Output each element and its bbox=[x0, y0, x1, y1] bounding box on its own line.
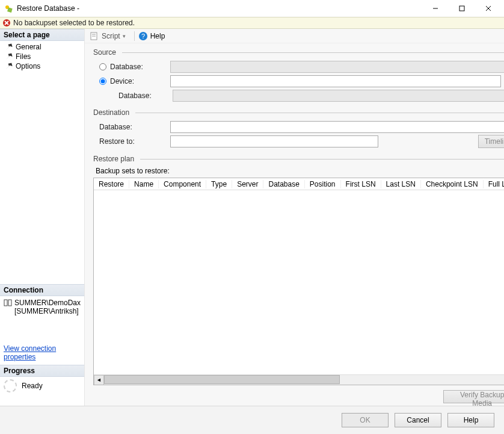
help-button[interactable]: ? Help bbox=[138, 31, 165, 41]
app-icon bbox=[4, 4, 13, 13]
restore-to-input bbox=[170, 135, 378, 147]
source-sub-database-label: Database: bbox=[118, 91, 173, 100]
source-device-radio-label: Device: bbox=[99, 77, 170, 85]
table-header-row: Restore Name Component Type Server Datab… bbox=[94, 178, 504, 190]
source-sub-database-combo bbox=[173, 90, 504, 102]
window-title: Restore Database - bbox=[17, 4, 422, 13]
restore-to-label: Restore to: bbox=[99, 137, 170, 146]
connection-header: Connection bbox=[0, 284, 84, 296]
page-icon bbox=[5, 63, 13, 69]
connection-user: [SUMMER\Antriksh] bbox=[14, 307, 81, 315]
restore-plan-group-title: Restore plan bbox=[93, 155, 134, 163]
col-last-lsn[interactable]: Last LSN bbox=[381, 180, 421, 188]
horizontal-scrollbar[interactable]: ◄ ► bbox=[94, 374, 504, 385]
progress-spinner-icon bbox=[4, 379, 17, 392]
maximize-button[interactable] bbox=[449, 0, 475, 17]
col-first-lsn[interactable]: First LSN bbox=[341, 180, 381, 188]
connection-server: SUMMER\DemoDax bbox=[14, 299, 81, 307]
sidebar-item-label: Options bbox=[16, 62, 40, 70]
warning-bar: No backupset selected to be restored. bbox=[0, 17, 504, 29]
col-database[interactable]: Database bbox=[263, 180, 304, 188]
table-body bbox=[94, 190, 504, 374]
toolbar-separator bbox=[134, 31, 135, 41]
svg-rect-10 bbox=[8, 300, 11, 306]
server-icon bbox=[4, 299, 12, 307]
page-icon bbox=[5, 54, 13, 60]
restore-plan-group: Restore plan Backup sets to restore: Res… bbox=[93, 155, 504, 403]
sidebar: Select a page General Files Options Conn… bbox=[0, 29, 85, 406]
page-icon bbox=[5, 44, 13, 50]
col-component[interactable]: Component bbox=[159, 180, 206, 188]
col-full-lsn[interactable]: Full LSN bbox=[484, 180, 504, 188]
timeline-button: Timeline... bbox=[478, 135, 504, 148]
scroll-left-arrow[interactable]: ◄ bbox=[94, 375, 104, 385]
error-icon bbox=[2, 19, 11, 27]
destination-database-combo[interactable] bbox=[170, 121, 504, 133]
backup-sets-table[interactable]: Restore Name Component Type Server Datab… bbox=[93, 178, 504, 385]
sidebar-item-label: General bbox=[16, 43, 41, 51]
progress-status: Ready bbox=[22, 382, 43, 390]
svg-rect-9 bbox=[4, 300, 7, 306]
col-type[interactable]: Type bbox=[206, 180, 232, 188]
sidebar-item-general[interactable]: General bbox=[2, 42, 84, 52]
destination-group: Destination Database: Restore to: Timeli… bbox=[93, 108, 504, 150]
help-footer-button[interactable]: Help bbox=[447, 413, 494, 427]
help-icon: ? bbox=[138, 31, 148, 41]
col-position[interactable]: Position bbox=[305, 180, 341, 188]
dialog-footer: OK Cancel Help bbox=[0, 406, 504, 434]
content-pane: Script ▾ ? Help Source Database: bbox=[85, 29, 504, 406]
svg-rect-3 bbox=[459, 6, 464, 11]
source-group-title: Source bbox=[93, 48, 116, 57]
source-group: Source Database: Device: ... bbox=[93, 48, 504, 104]
titlebar: Restore Database - bbox=[0, 0, 504, 17]
svg-text:?: ? bbox=[141, 33, 145, 40]
dropdown-caret-icon: ▾ bbox=[123, 33, 126, 39]
source-database-radio-label: Database: bbox=[99, 63, 170, 71]
verify-backup-media-button: Verify Backup Media bbox=[443, 390, 504, 403]
source-database-radio[interactable] bbox=[99, 63, 106, 70]
col-server[interactable]: Server bbox=[232, 180, 263, 188]
select-page-header: Select a page bbox=[0, 29, 84, 41]
progress-header: Progress bbox=[0, 365, 84, 377]
warning-text: No backupset selected to be restored. bbox=[13, 19, 135, 27]
toolbar: Script ▾ ? Help bbox=[85, 29, 504, 43]
script-label: Script bbox=[102, 32, 120, 40]
script-icon bbox=[90, 31, 99, 41]
view-connection-properties-link[interactable]: View connection properties bbox=[0, 341, 84, 365]
help-label: Help bbox=[150, 32, 165, 40]
col-name[interactable]: Name bbox=[129, 180, 159, 188]
close-button[interactable] bbox=[475, 0, 502, 17]
col-checkpoint-lsn[interactable]: Checkpoint LSN bbox=[421, 180, 484, 188]
source-device-radio[interactable] bbox=[99, 78, 106, 85]
source-device-input[interactable] bbox=[170, 75, 501, 87]
sidebar-item-options[interactable]: Options bbox=[2, 61, 84, 71]
ok-button: OK bbox=[342, 413, 389, 427]
script-button[interactable]: Script ▾ bbox=[90, 31, 126, 41]
minimize-button[interactable] bbox=[422, 0, 449, 17]
destination-group-title: Destination bbox=[93, 108, 129, 117]
col-restore[interactable]: Restore bbox=[94, 180, 129, 188]
source-database-combo bbox=[170, 61, 504, 73]
sidebar-item-label: Files bbox=[16, 52, 31, 61]
cancel-button[interactable]: Cancel bbox=[395, 413, 441, 427]
scroll-thumb[interactable] bbox=[104, 375, 340, 384]
backup-sets-subtitle: Backup sets to restore: bbox=[96, 167, 504, 175]
sidebar-item-files[interactable]: Files bbox=[2, 52, 84, 61]
destination-database-label: Database: bbox=[99, 123, 170, 131]
